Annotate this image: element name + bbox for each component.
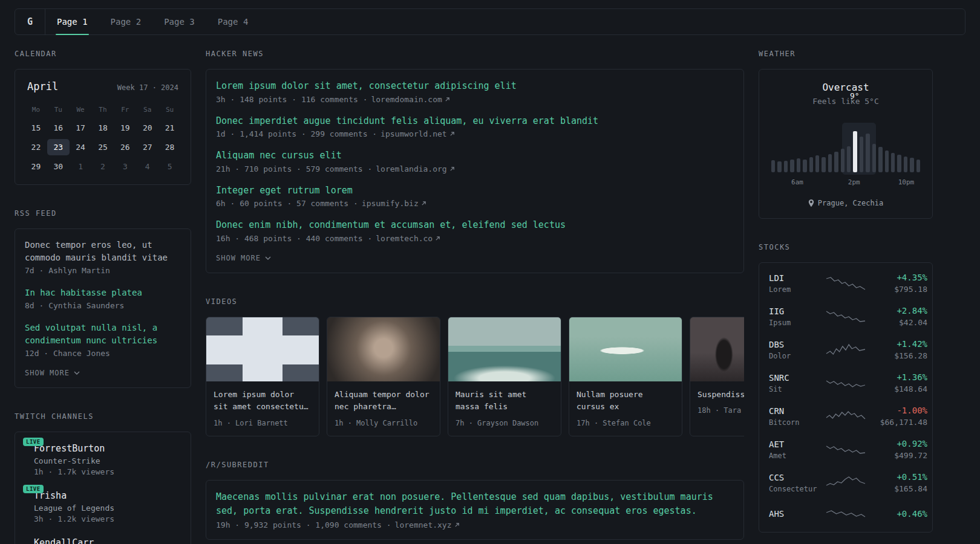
calendar-day: 30 (47, 158, 70, 175)
calendar-day: 16 (47, 120, 70, 136)
hn-item-link[interactable]: Donec enim nibh, condimentum et accumsan… (216, 218, 734, 232)
stocks-widget: STOCKS LDI Lorem +4.35% $795.18 (759, 243, 933, 533)
hn-item-link[interactable]: Lorem ipsum dolor sit amet, consectetur … (216, 79, 734, 93)
channel-game: League of Legends (34, 504, 114, 513)
hn-item-domain-link[interactable]: loremtech.co (376, 234, 440, 243)
stock-change: -1.00% (872, 406, 927, 415)
calendar-widget: CALENDAR April Week 17 · 2024 Mo Tu We T… (15, 50, 191, 185)
weather-bar (916, 160, 920, 172)
weather-bar (771, 160, 775, 172)
sparkline-path (826, 446, 865, 453)
hn-item-domain: loremtech.co (376, 234, 433, 243)
weather-time-label: 2pm (848, 178, 860, 186)
weather-bar (904, 157, 907, 172)
left-column: CALENDAR April Week 17 · 2024 Mo Tu We T… (15, 50, 191, 544)
hn-item-stats: 6h · 60 points · 57 comments · (216, 199, 358, 208)
weather-time-axis: 6am 2pm 10pm (770, 178, 921, 188)
calendar-day: 25 (92, 139, 114, 155)
calendar-weekday-row: Mo Tu We Th Fr Sa Su (25, 106, 181, 114)
twitch-channel[interactable]: KendallCarr (25, 537, 181, 544)
calendar-header: April Week 17 · 2024 (25, 80, 181, 92)
location-pin-icon (808, 199, 814, 207)
video-card[interactable]: Mauris sit amet massa felis 7h · Grayson… (448, 317, 561, 437)
channel-name: ForrestBurton (34, 443, 114, 454)
calendar-card: April Week 17 · 2024 Mo Tu We Th Fr Sa S… (15, 69, 191, 185)
stock-right: +1.36% $148.64 (872, 372, 927, 393)
tab-page-4[interactable]: Page 4 (206, 9, 260, 34)
video-card[interactable]: Lorem ipsum dolor sit amet consectetu… 1… (206, 317, 319, 437)
subreddit-post-link[interactable]: Maecenas mollis pulvinar erat non posuer… (216, 490, 734, 519)
stock-row[interactable]: IIG Ipsum +2.84% $42.04 (769, 306, 923, 327)
stock-left: LDI Lorem (769, 273, 820, 294)
stock-row[interactable]: CCS Consectetur +0.51% $165.84 (769, 472, 923, 493)
header: G Page 1 Page 2 Page 3 Page 4 (15, 8, 965, 35)
hn-item-stats: 16h · 468 points · 440 comments · (216, 234, 372, 243)
external-link-icon (421, 201, 426, 206)
hn-show-more-button[interactable]: SHOW MORE (216, 254, 271, 262)
rss-item-meta: 7d · Ashlyn Martin (25, 266, 181, 275)
hn-item-domain-link[interactable]: ipsumworld.net (381, 129, 455, 138)
tab-page-2[interactable]: Page 2 (99, 9, 153, 34)
stock-row[interactable]: CRN Bitcorn -1.00% $66,171.48 (769, 406, 923, 427)
channel-name: KendallCarr (34, 537, 94, 544)
stock-row[interactable]: AET Amet +0.92% $499.72 (769, 439, 923, 460)
app-logo[interactable]: G (15, 9, 45, 34)
subreddit-post-domain-link[interactable]: loremnet.xyz (395, 520, 460, 529)
stock-left: CRN Bitcorn (769, 406, 820, 427)
video-thumbnail (448, 317, 561, 381)
channel-viewers: 1h · 1.7k viewers (34, 467, 114, 476)
stock-row[interactable]: SNRC Sit +1.36% $148.64 (769, 372, 923, 393)
hn-item-domain-link[interactable]: loremlandia.org (376, 164, 454, 173)
sparkline-path (826, 412, 865, 419)
hn-item-stats: 1d · 1,414 points · 299 comments · (216, 129, 377, 138)
rss-item: In hac habitasse platea 8d · Cynthia Sau… (25, 287, 181, 310)
live-badge: LIVE (23, 485, 44, 493)
stock-right: +0.92% $499.72 (872, 439, 927, 460)
hn-item-link[interactable]: Integer eget rutrum lorem (216, 184, 734, 198)
stock-right: +2.84% $42.04 (872, 306, 927, 327)
stocks-widget-title: STOCKS (759, 243, 933, 251)
video-card[interactable]: Suspendisse diam 18h · Tara (690, 317, 744, 437)
stock-left: IIG Ipsum (769, 306, 820, 327)
video-card[interactable]: Aliquam tempor dolor nec pharetra… 1h · … (327, 317, 440, 437)
weather-bar (790, 160, 794, 172)
hn-item-link[interactable]: Aliquam nec cursus elit (216, 149, 734, 163)
weather-card: Overcast Feels like 5°C 9° (759, 69, 933, 219)
stock-sparkline (826, 505, 866, 522)
stock-price: $42.04 (872, 318, 927, 327)
calendar-day: 20 (136, 120, 158, 136)
stock-row[interactable]: AHS +0.46% (769, 505, 923, 522)
rss-show-more-button[interactable]: SHOW MORE (25, 369, 80, 377)
hn-item-domain-link[interactable]: ipsumify.biz (362, 199, 426, 208)
calendar-day-next-month: 2 (92, 158, 114, 175)
weather-bar (784, 161, 788, 172)
stock-row[interactable]: LDI Lorem +4.35% $795.18 (769, 273, 923, 294)
stock-ticker: SNRC (769, 373, 820, 383)
twitch-channel[interactable]: LIVE ForrestBurton Counter-Strike 1h · 1… (25, 443, 181, 476)
stock-price: $795.18 (872, 285, 927, 294)
tab-page-1[interactable]: Page 1 (45, 9, 99, 34)
twitch-channel[interactable]: LIVE Trisha League of Legends 3h · 1.2k … (25, 490, 181, 523)
rss-item-link[interactable]: Sed volutpat nulla nisl, a condimentum n… (25, 322, 181, 347)
rss-item-link[interactable]: In hac habitasse platea (25, 287, 181, 299)
video-body: Lorem ipsum dolor sit amet consectetu… 1… (206, 381, 319, 436)
weather-bar (822, 157, 825, 172)
stocks-card: LDI Lorem +4.35% $795.18 IIG (759, 262, 933, 533)
main-content: CALENDAR April Week 17 · 2024 Mo Tu We T… (0, 35, 980, 544)
rss-item-link[interactable]: Donec tempor eros leo, ut commodo mauris… (25, 239, 181, 264)
calendar-day: 26 (114, 139, 136, 155)
calendar-widget-title: CALENDAR (15, 50, 191, 58)
sparkline-path (826, 311, 865, 322)
hn-item-domain-link[interactable]: loremdomain.com (371, 95, 449, 104)
stock-change: +1.36% (872, 372, 927, 382)
stock-sparkline (826, 375, 866, 392)
video-card[interactable]: Nullam posuere cursus ex 17h · Stefan Co… (569, 317, 682, 437)
stock-price: $156.28 (872, 351, 927, 360)
stock-left: DBS Dolor (769, 340, 820, 360)
stock-price: $148.64 (872, 384, 927, 393)
hn-item-link[interactable]: Donec imperdiet augue tincidunt felis al… (216, 114, 734, 128)
video-meta: 17h · Stefan Cole (577, 419, 675, 427)
weather-bar (834, 152, 838, 172)
tab-page-3[interactable]: Page 3 (152, 9, 206, 34)
stock-row[interactable]: DBS Dolor +1.42% $156.28 (769, 339, 923, 360)
